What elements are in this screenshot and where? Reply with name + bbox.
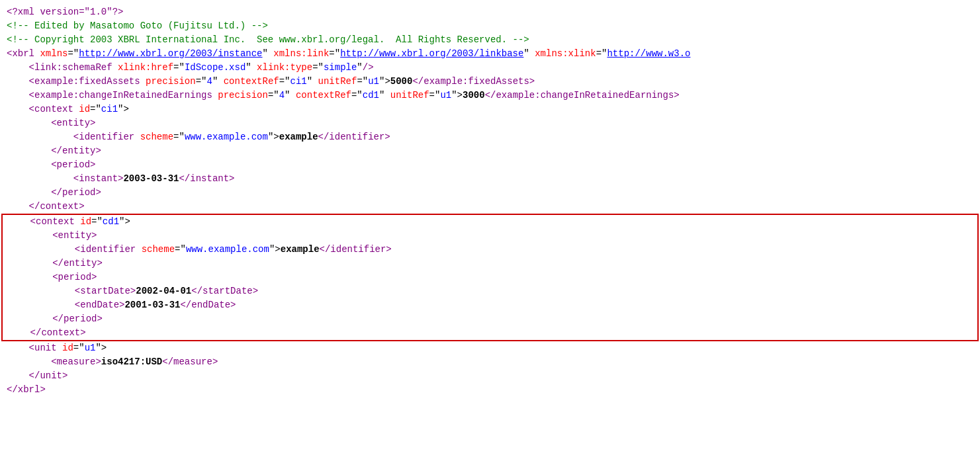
instant-open-ci1: <instant>: [73, 173, 124, 184]
entity-open-line-ci1: <entity>: [0, 116, 980, 130]
measure-line: <measure>iso4217:USD</measure>: [0, 355, 980, 369]
xbrl-open-tag-line: <xbrl xmlns="http://www.xbrl.org/2003/in…: [0, 47, 980, 61]
entity-open-tag-cd1: <entity>: [52, 230, 97, 241]
context-id-attr-ci1: id: [79, 104, 90, 114]
start-date-value-cd1: 2002-04-01: [136, 286, 191, 296]
comment-line-2: <!-- Copyright 2003 XBRL International I…: [0, 33, 980, 47]
identifier-value-ci1: example: [279, 132, 318, 142]
xlink-type-attr: xlink:type: [257, 62, 312, 73]
xml-editor: <?xml version="1.0"?> <!-- Edited by Mas…: [0, 0, 980, 461]
context-ci1-close-tag: </context>: [29, 201, 85, 212]
context-cd1-close-tag: </context>: [30, 327, 86, 338]
identifier-open-ci1: <identifier: [73, 132, 134, 142]
end-date-value-cd1: 2001-03-31: [124, 300, 180, 310]
precision-attr-1: precision: [146, 76, 196, 87]
fixed-assets-close: </example:fixedAssets>: [412, 76, 535, 87]
context-ref-value-2: cd1: [363, 90, 379, 101]
unit-open-tag: <unit: [29, 343, 57, 353]
xlink-href-value: IdScope.xsd: [185, 62, 245, 73]
context-id-value-ci1: ci1: [101, 104, 118, 114]
instant-close-ci1: </instant>: [179, 173, 234, 184]
identifier-close-cd1: </identifier>: [320, 244, 392, 255]
instant-line-ci1: <instant>2003-03-31</instant>: [0, 172, 980, 186]
end-date-open-cd1: <endDate>: [75, 300, 125, 310]
unit-id-value: u1: [85, 343, 96, 353]
entity-open-line-cd1: <entity>: [3, 229, 977, 243]
context-ci1-open-tag: <context: [29, 104, 73, 114]
xmlns-link-value: http://www.xbrl.org/2003/linkbase: [340, 48, 523, 59]
xbrl-close-tag: </xbrl>: [7, 384, 46, 395]
unit-close-line: </unit>: [0, 369, 980, 383]
measure-close-tag: </measure>: [162, 356, 218, 367]
start-date-line-cd1: <startDate>2002-04-01</startDate>: [3, 284, 977, 298]
period-open-line-ci1: <period>: [0, 158, 980, 172]
scheme-attr-ci1: scheme: [140, 132, 173, 142]
unit-ref-attr-1: unitRef: [318, 76, 357, 87]
xml-declaration: <?xml version="1.0"?>: [7, 7, 123, 17]
change-retained-earnings-line: <example:changeInRetainedEarnings precis…: [0, 89, 980, 103]
xmlns-xlink-value: http://www.w3.o: [607, 48, 690, 59]
precision-value-2: 4: [279, 90, 285, 101]
unit-ref-value-1: u1: [368, 76, 379, 87]
start-date-open-cd1: <startDate>: [75, 286, 136, 296]
measure-open-tag: <measure>: [51, 356, 101, 367]
identifier-line-cd1: <identifier scheme="www.example.com">exa…: [3, 243, 977, 257]
xbrl-open-tag: <xbrl: [7, 48, 34, 59]
period-close-line-cd1: </period>: [3, 312, 977, 326]
instant-value-ci1: 2003-03-31: [123, 173, 179, 184]
comment-edited-by: <!-- Edited by Masatomo Goto (Fujitsu Lt…: [7, 21, 268, 31]
end-date-line-cd1: <endDate>2001-03-31</endDate>: [3, 298, 977, 312]
comment-copyright: <!-- Copyright 2003 XBRL International I…: [7, 34, 529, 45]
scheme-value-ci1: www.example.com: [185, 132, 268, 142]
change-retained-close: </example:changeInRetainedEarnings>: [485, 90, 680, 101]
xlink-href-attr: xlink:href: [118, 62, 173, 73]
identifier-value-cd1: example: [281, 244, 320, 255]
context-id-attr-cd1: id: [80, 216, 91, 227]
unit-open-line: <unit id="u1">: [0, 341, 980, 355]
identifier-open-cd1: <identifier: [75, 244, 136, 255]
change-retained-value: 3000: [463, 90, 485, 101]
fixed-assets-open: <example:fixedAssets: [29, 76, 140, 87]
start-date-close-cd1: </startDate>: [191, 286, 258, 296]
fixed-assets-value: 5000: [390, 76, 413, 87]
identifier-close-ci1: </identifier>: [318, 132, 390, 142]
comment-line-1: <!-- Edited by Masatomo Goto (Fujitsu Lt…: [0, 19, 980, 33]
unit-ref-attr-2: unitRef: [390, 90, 429, 101]
context-ref-attr-2: contextRef: [296, 90, 351, 101]
period-close-tag-ci1: </period>: [51, 187, 101, 198]
precision-value-1: 4: [206, 76, 212, 87]
schema-ref-tag: <link:schemaRef: [29, 62, 112, 73]
unit-id-attr: id: [62, 343, 73, 353]
end-date-close-cd1: </endDate>: [180, 300, 236, 310]
schema-ref-close: />: [363, 62, 374, 73]
period-close-tag-cd1: </period>: [52, 314, 103, 324]
xmlns-xlink-attr: xmlns:xlink: [535, 48, 596, 59]
context-ref-attr-1: contextRef: [224, 76, 279, 87]
context-cd1-close-line: </context>: [3, 326, 977, 340]
period-open-tag-cd1: <period>: [52, 272, 97, 282]
fixed-assets-line: <example:fixedAssets precision="4" conte…: [0, 75, 980, 89]
context-ref-value-1: ci1: [290, 76, 307, 87]
period-close-line-ci1: </period>: [0, 186, 980, 200]
entity-close-line-cd1: </entity>: [3, 257, 977, 271]
precision-attr-2: precision: [218, 90, 268, 101]
xml-declaration-line: <?xml version="1.0"?>: [0, 5, 980, 19]
highlighted-context-cd1-block: <context id="cd1"> <entity> <identifier …: [1, 214, 979, 341]
context-id-value-cd1: cd1: [103, 216, 119, 227]
period-open-tag-ci1: <period>: [51, 159, 95, 170]
schema-ref-line: <link:schemaRef xlink:href="IdScope.xsd"…: [0, 61, 980, 75]
scheme-attr-cd1: scheme: [142, 244, 175, 255]
unit-ref-value-2: u1: [440, 90, 451, 101]
identifier-line-ci1: <identifier scheme="www.example.com">exa…: [0, 130, 980, 144]
context-ci1-close-line: </context>: [0, 200, 980, 214]
context-cd1-open-tag: <context: [30, 216, 75, 227]
xmlns-link-attr: xmlns:link: [273, 48, 329, 59]
context-cd1-open-line: <context id="cd1">: [3, 215, 977, 229]
measure-value: iso4217:USD: [101, 356, 162, 367]
entity-close-tag-cd1: </entity>: [52, 258, 103, 269]
entity-close-line-ci1: </entity>: [0, 144, 980, 158]
entity-open-tag-ci1: <entity>: [51, 118, 95, 128]
xlink-type-value: simple: [324, 62, 357, 73]
change-retained-open: <example:changeInRetainedEarnings: [29, 90, 212, 101]
period-open-line-cd1: <period>: [3, 271, 977, 284]
